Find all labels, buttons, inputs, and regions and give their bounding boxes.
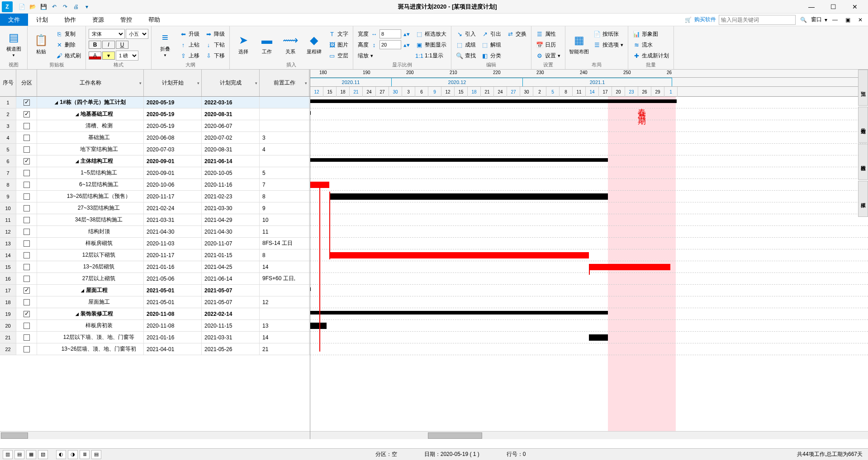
cell-start[interactable]: 2021-04-01 xyxy=(144,343,202,355)
milestone-button[interactable]: ◆里程碑 xyxy=(303,29,325,59)
movedown-button[interactable]: ⇩下移 xyxy=(203,51,227,61)
checkbox-icon[interactable] xyxy=(24,334,30,341)
cell-start[interactable]: 2020-10-06 xyxy=(144,179,202,190)
cell-name[interactable]: 6~12层结构施工 xyxy=(37,179,144,190)
buy-link[interactable]: 购买软件 xyxy=(694,16,716,23)
cell-name[interactable]: 27层以上砌筑 xyxy=(37,273,144,284)
table-row[interactable]: 18屋面施工2021-05-012021-05-0712 xyxy=(0,296,310,308)
paste-button[interactable]: 📋 粘贴 xyxy=(30,29,52,59)
cell-start[interactable]: 2020-11-08 xyxy=(144,308,202,319)
layer-button[interactable]: ▭空层 xyxy=(327,51,350,61)
moveup-button[interactable]: ⇧上移 xyxy=(178,51,201,61)
cell-zone[interactable] xyxy=(16,179,37,190)
cell-name[interactable]: ◢装饰装修工程 xyxy=(37,308,144,319)
menu-collab[interactable]: 协作 xyxy=(56,14,84,26)
checkbox-icon[interactable] xyxy=(24,158,30,164)
checkbox-icon[interactable] xyxy=(24,111,30,117)
col-pred[interactable]: 前置工作▾ xyxy=(260,70,309,96)
checkbox-icon[interactable] xyxy=(24,323,30,329)
collapse-icon[interactable]: ◢ xyxy=(81,288,84,293)
cell-zone[interactable] xyxy=(16,273,37,284)
cell-pred[interactable]: 8FS-14 工日 xyxy=(260,238,309,249)
cell-start[interactable]: 2021-03-31 xyxy=(144,214,202,225)
checkbox-icon[interactable] xyxy=(24,146,30,153)
cell-end[interactable]: 2020-08-31 xyxy=(202,144,260,155)
cell-zone[interactable] xyxy=(16,261,37,272)
cell-pred[interactable]: 5 xyxy=(260,167,309,178)
checkbox-icon[interactable] xyxy=(24,205,30,211)
settings-button[interactable]: ⚙设置 ▾ xyxy=(534,51,562,61)
cell-end[interactable]: 2021-02-23 xyxy=(202,191,260,202)
size-select[interactable]: 小五 xyxy=(126,29,148,39)
cell-start[interactable]: 2021-01-16 xyxy=(144,332,202,343)
cell-zone[interactable] xyxy=(16,214,37,225)
cell-end[interactable]: 2022-03-16 xyxy=(202,97,260,108)
qat-redo-icon[interactable]: ↷ xyxy=(61,2,70,11)
zoom-button[interactable]: 缩放 ▾ xyxy=(356,51,412,61)
checkbox-icon[interactable] xyxy=(24,264,30,270)
cell-end[interactable]: 2021-01-15 xyxy=(202,249,260,261)
cell-end[interactable]: 2020-11-16 xyxy=(202,179,260,190)
view4-button[interactable]: ▧ xyxy=(38,450,48,459)
table-row[interactable]: 6◢主体结构工程2020-09-012021-06-14 xyxy=(0,155,310,167)
col-end[interactable]: 计划完成▾ xyxy=(202,70,260,96)
minimize-button[interactable]: — xyxy=(801,0,822,13)
gantt-body[interactable]: 春节假期 xyxy=(310,97,868,439)
collapse-icon[interactable]: ◢ xyxy=(55,100,58,105)
relation-button[interactable]: ⟿关系 xyxy=(280,29,301,59)
checkbox-icon[interactable] xyxy=(24,123,30,129)
cell-start[interactable]: 2021-04-30 xyxy=(144,226,202,237)
cell-zone[interactable] xyxy=(16,191,37,202)
drillup-button[interactable]: ↑上钻 xyxy=(178,40,201,50)
collapse-icon[interactable]: ◢ xyxy=(76,112,79,117)
cell-end[interactable]: 2020-10-05 xyxy=(202,167,260,178)
mdi-min-icon[interactable]: — xyxy=(830,15,840,25)
cell-start[interactable]: 2021-05-01 xyxy=(144,285,202,296)
cell-zone[interactable] xyxy=(16,167,37,178)
bypaper-button[interactable]: 📄按纸张 xyxy=(592,29,625,39)
checkbox-icon[interactable] xyxy=(24,276,30,282)
cell-zone[interactable] xyxy=(16,320,37,331)
table-row[interactable]: 913~26层结构施工（预售）2020-11-172021-02-238 xyxy=(0,191,310,202)
table-row[interactable]: 71~5层结构施工2020-09-012020-10-055 xyxy=(0,167,310,179)
cell-pred[interactable]: 12 xyxy=(260,296,309,308)
stepper-icon[interactable]: ▴▾ xyxy=(403,30,410,38)
cell-zone[interactable] xyxy=(16,226,37,237)
table-row[interactable]: 1627层以上砌筑2021-05-062021-06-149FS+60 工日, xyxy=(0,273,310,285)
table-row[interactable]: 4基础施工2020-06-082020-07-023 xyxy=(0,132,310,144)
group-button[interactable]: ⬚成组 xyxy=(454,40,478,50)
table-row[interactable]: 2213~26层墙、顶、地、门窗等初2021-04-012021-05-2621 xyxy=(0,343,310,355)
calendar-button[interactable]: 📅日历 xyxy=(534,40,562,50)
cell-name[interactable]: 12层以下砌筑 xyxy=(37,249,144,261)
cell-end[interactable]: 2021-03-30 xyxy=(202,202,260,214)
cell-name[interactable]: 样板房初装 xyxy=(37,320,144,331)
chevron-down-icon[interactable]: ▾ xyxy=(825,17,827,23)
checkbox-icon[interactable] xyxy=(24,240,30,247)
table-body[interactable]: 1◢1#栋（四个单元）施工计划2020-05-192022-03-162◢地基基… xyxy=(0,97,310,431)
fold-button[interactable]: ≡ 折叠 ▼ xyxy=(154,29,176,59)
cell-pred[interactable] xyxy=(260,97,309,108)
view2-button[interactable]: ▤ xyxy=(14,450,24,459)
tab-template[interactable]: 模板库 xyxy=(858,181,868,217)
cell-name[interactable]: 基础施工 xyxy=(37,132,144,143)
col-name[interactable]: 工作名称▾ xyxy=(37,70,144,96)
cell-end[interactable]: 2021-04-29 xyxy=(202,214,260,225)
table-row[interactable]: 3清槽、检测2020-05-192020-06-07 xyxy=(0,120,310,132)
view5-button[interactable]: ◐ xyxy=(56,450,66,459)
checkbox-icon[interactable] xyxy=(24,135,30,141)
boxzoom-button[interactable]: ⬚框选放大 xyxy=(414,29,448,39)
cell-zone[interactable] xyxy=(16,202,37,214)
width-input[interactable] xyxy=(379,29,401,38)
cell-end[interactable]: 2020-07-02 xyxy=(202,132,260,143)
tab-std-check[interactable]: 国标检查 xyxy=(858,144,868,180)
window-menu[interactable]: 窗口 xyxy=(811,16,822,23)
oneone-button[interactable]: 1:11:1显示 xyxy=(414,51,448,61)
smart-layout-button[interactable]: ▦智能布图 xyxy=(568,29,590,59)
cell-end[interactable]: 2020-11-07 xyxy=(202,238,260,249)
cell-start[interactable]: 2020-11-08 xyxy=(144,320,202,331)
table-row[interactable]: 5地下室结构施工2020-07-032020-08-314 xyxy=(0,144,310,155)
cell-pred[interactable]: 10 xyxy=(260,214,309,225)
checkbox-icon[interactable] xyxy=(24,299,30,305)
menu-resource[interactable]: 资源 xyxy=(84,14,112,26)
cell-end[interactable]: 2021-04-30 xyxy=(202,226,260,237)
